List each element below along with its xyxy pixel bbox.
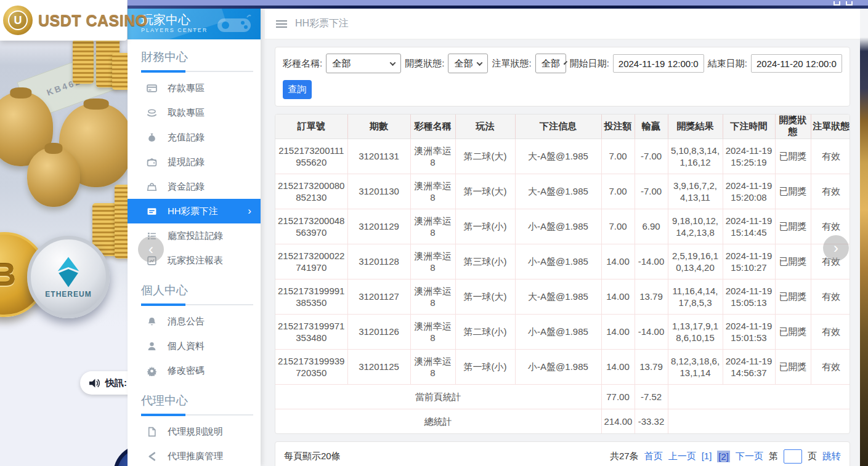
sidebar-item[interactable]: 代理規則說明: [128, 419, 261, 444]
sidebar-item-label: 充值記錄: [168, 132, 205, 143]
table-cell: 已開獎: [775, 244, 811, 279]
total-summary-bet: 214.00: [601, 409, 635, 433]
wallet-icon: [147, 157, 157, 167]
table-cell: 2152173200048563970: [275, 209, 347, 244]
sidebar-item[interactable]: 代理推廣管理: [128, 444, 261, 466]
sidebar-item[interactable]: 消息公告: [128, 309, 261, 334]
table-cell: 已開獎: [775, 209, 811, 244]
table-cell: 5,10,8,3,14,1,16,12: [668, 139, 723, 174]
table-cell: 31201128: [347, 244, 410, 279]
moneybag-icon: [147, 132, 157, 143]
table-cell: 2152173200111955620: [275, 139, 347, 174]
end-date-input[interactable]: [751, 54, 842, 73]
jump-link[interactable]: 跳转: [822, 451, 841, 462]
ethereum-diamond-icon: [54, 256, 83, 288]
sidebar-item[interactable]: 個人資料: [128, 334, 261, 358]
section-divider: [141, 304, 253, 305]
main-content: HH彩票下注 彩種名稱: 全部 開獎狀態: 全部 注單狀態: 全部 開始日期: …: [265, 9, 860, 466]
sidebar-item[interactable]: 充值記錄: [128, 125, 261, 150]
background-photo: KB4627 B ETHEREUM 快訊:: [0, 0, 128, 466]
menu-toggle-icon[interactable]: [276, 20, 287, 28]
table-cell: 2152173199991385350: [275, 279, 347, 314]
draw-status-select[interactable]: 全部: [448, 54, 488, 73]
sidebar-item-label: 取款專區: [168, 107, 205, 119]
table-cell: 已開獎: [775, 139, 811, 174]
section-divider: [141, 71, 253, 72]
start-date-label: 開始日期:: [570, 58, 609, 70]
first-page-link[interactable]: 首页: [644, 451, 663, 462]
table-cell: 有效: [811, 349, 850, 384]
next-page-link[interactable]: 下一页: [736, 451, 763, 462]
order-status-select[interactable]: 全部: [535, 54, 566, 73]
table-cell: 有效: [811, 139, 850, 174]
collapse-left-button[interactable]: ‹: [138, 236, 164, 262]
sidebar-item[interactable]: 提現記錄: [128, 150, 261, 174]
table-cell: 2152173199971353480: [275, 314, 347, 349]
table-cell: 小-A盤@1.985: [515, 209, 601, 244]
search-button[interactable]: 查詢: [283, 80, 312, 99]
table-cell: 小-A盤@1.985: [515, 314, 601, 349]
coin-stack-graphic: [73, 39, 94, 84]
sidebar-section-label: 代理中心: [128, 383, 261, 414]
table-cell: 7.00: [601, 139, 635, 174]
page-title: HH彩票下注: [295, 17, 349, 30]
sidebar-item-label: 提現記錄: [168, 156, 205, 168]
sidebar-item-label: HH彩票下注: [168, 206, 218, 217]
table-cell: 2024-11-19 15:05:13: [723, 279, 775, 314]
purse-icon: [147, 182, 157, 192]
cropped-window-icons: [834, 1, 858, 6]
sidebar-item[interactable]: 取款專區: [128, 100, 261, 125]
column-header: 開獎狀態: [775, 114, 811, 139]
site-logo[interactable]: U USDT CASINO: [0, 0, 127, 41]
sidebar-item[interactable]: 資金記錄: [128, 174, 261, 199]
filter-panel: 彩種名稱: 全部 開獎狀態: 全部 注單狀態: 全部 開始日期: 結束日期: 查…: [275, 47, 850, 106]
coin-stack-graphic: [115, 185, 128, 259]
table-row: 215217320008085213031201130澳洲幸运8第一球(大)大-…: [275, 174, 850, 209]
table-cell: 第二球(大): [455, 139, 515, 174]
table-cell: 31201125: [347, 349, 410, 384]
order-status-label: 注單狀態:: [492, 58, 531, 70]
table-cell: 小-A盤@1.985: [515, 244, 601, 279]
table-row: 215217320002274197031201128澳洲幸运8第三球(小)小-…: [275, 244, 850, 279]
sidebar-item[interactable]: 存款專區: [128, 76, 261, 100]
current-page-link[interactable]: [2]: [717, 451, 730, 462]
sidebar-item-label: 代理推廣管理: [168, 451, 223, 462]
chevron-left-icon: ‹: [148, 241, 153, 258]
start-date-input[interactable]: [613, 54, 704, 73]
table-cell: 3,9,16,7,2,4,13,11: [668, 174, 723, 209]
sidebar-item[interactable]: 修改密碼: [128, 358, 261, 383]
table-cell: 6.90: [635, 209, 668, 244]
goto-suffix-label: 页: [808, 451, 817, 462]
column-header: 彩種名稱: [410, 114, 455, 139]
news-ticker: 快訊:: [80, 371, 128, 395]
chevron-right-icon: ›: [834, 239, 838, 257]
sidebar-item[interactable]: HH彩票下注›: [128, 199, 261, 223]
table-cell: 7.00: [601, 174, 635, 209]
table-cell: 有效: [811, 314, 850, 349]
hand-coin-icon: [147, 108, 157, 118]
table-cell: 2024-11-19 15:10:27: [723, 244, 775, 279]
table-cell: 2,5,19,16,10,13,4,20: [668, 244, 723, 279]
prev-page-link[interactable]: 上一页: [668, 451, 696, 462]
table-cell: 已開獎: [775, 314, 811, 349]
page-summary-winloss: -7.52: [635, 384, 668, 409]
table-cell: 2152173200080852130: [275, 174, 347, 209]
chevron-right-icon: ›: [248, 205, 251, 217]
column-header: 投注額: [601, 114, 635, 139]
share-icon: [147, 451, 157, 462]
table-cell: 13.79: [635, 349, 668, 384]
lottery-name-select[interactable]: 全部: [326, 54, 401, 73]
page-number-input[interactable]: [784, 449, 802, 464]
scroll-right-button[interactable]: ›: [823, 235, 849, 261]
table-cell: 大-A盤@1.985: [515, 139, 601, 174]
table-cell: 第一球(大): [455, 174, 515, 209]
column-header: 期數: [347, 114, 410, 139]
table-cell: 2152173199939720350: [275, 349, 347, 384]
page-link[interactable]: [1]: [702, 451, 712, 462]
column-header: 輸贏: [635, 114, 668, 139]
table-cell: 第二球(小): [455, 314, 515, 349]
table-cell: 1,13,17,9,18,6,10,15: [668, 314, 723, 349]
table-row: 215217320004856397031201129澳洲幸运8第一球(小)小-…: [275, 209, 850, 244]
content-topbar: HH彩票下注: [265, 9, 860, 39]
table-cell: 2024-11-19 14:56:37: [723, 349, 775, 384]
